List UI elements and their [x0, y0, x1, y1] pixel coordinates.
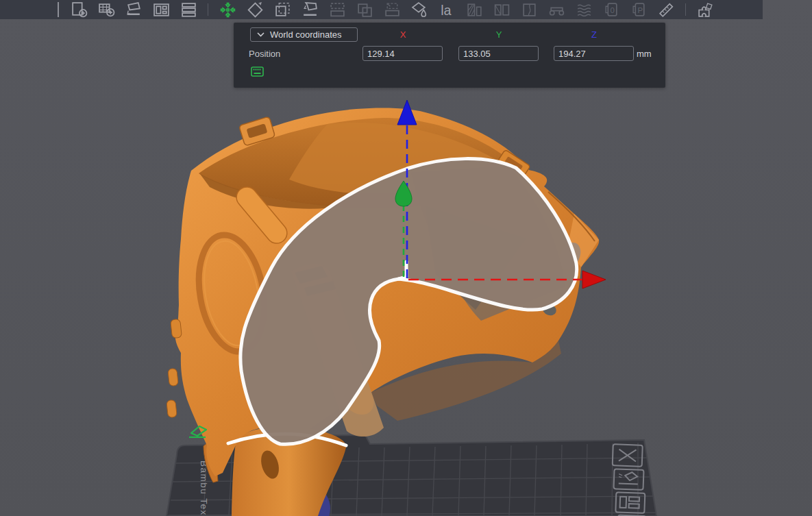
svg-text:0: 0	[610, 5, 614, 14]
auto-orient-icon[interactable]	[123, 0, 145, 19]
axis-header-y: Y	[458, 29, 539, 40]
keyboard-icon[interactable]	[251, 66, 264, 77]
main-toolbar: la 0 P	[0, 0, 763, 19]
move-tool-icon[interactable]	[217, 0, 238, 19]
measure-tool-icon[interactable]	[655, 0, 677, 19]
color-painting-icon[interactable]	[408, 0, 430, 19]
toolbar-clipped-icon	[58, 2, 61, 17]
toolbar-separator	[685, 3, 686, 16]
svg-text:P: P	[637, 5, 643, 14]
support-painting-icon[interactable]	[463, 0, 485, 19]
bridge-tool-icon[interactable]	[545, 0, 567, 19]
rotate-tool-icon[interactable]	[244, 0, 266, 19]
position-row-label: Position	[249, 49, 280, 59]
transform-panel: World coordinates X Y Z Position mm	[234, 23, 665, 88]
assembly-tool-icon[interactable]	[694, 0, 716, 19]
coordinate-system-dropdown[interactable]: World coordinates	[250, 27, 358, 42]
seam-painting-icon[interactable]	[381, 0, 403, 19]
lay-on-face-icon[interactable]	[299, 0, 321, 19]
svg-text:la: la	[441, 2, 451, 17]
arrange-icon[interactable]	[150, 0, 172, 19]
toolbar-separator	[208, 3, 208, 16]
text-tool-icon[interactable]: la	[436, 0, 458, 19]
unit-label: mm	[637, 49, 652, 59]
plate-type-0-icon[interactable]: 0	[600, 0, 622, 19]
boolean-tool-icon[interactable]	[354, 0, 376, 19]
add-plate-icon[interactable]	[95, 0, 117, 19]
scale-tool-icon[interactable]	[271, 0, 293, 19]
split-to-parts-icon[interactable]	[518, 0, 540, 19]
coordinate-system-label: World coordinates	[270, 29, 342, 40]
object-list-icon[interactable]	[177, 0, 199, 19]
add-model-icon[interactable]	[68, 0, 90, 19]
split-to-objects-icon[interactable]	[491, 0, 513, 19]
cut-tool-icon[interactable]	[326, 0, 348, 19]
position-x-input[interactable]	[362, 46, 443, 61]
axis-header-x: X	[362, 29, 443, 40]
axis-header-z: Z	[554, 29, 635, 40]
chevron-down-icon	[257, 32, 264, 37]
plate-type-p-icon[interactable]: P	[628, 0, 650, 19]
position-z-input[interactable]	[554, 46, 634, 61]
position-y-input[interactable]	[458, 46, 539, 61]
variable-layer-height-icon[interactable]	[573, 0, 595, 19]
